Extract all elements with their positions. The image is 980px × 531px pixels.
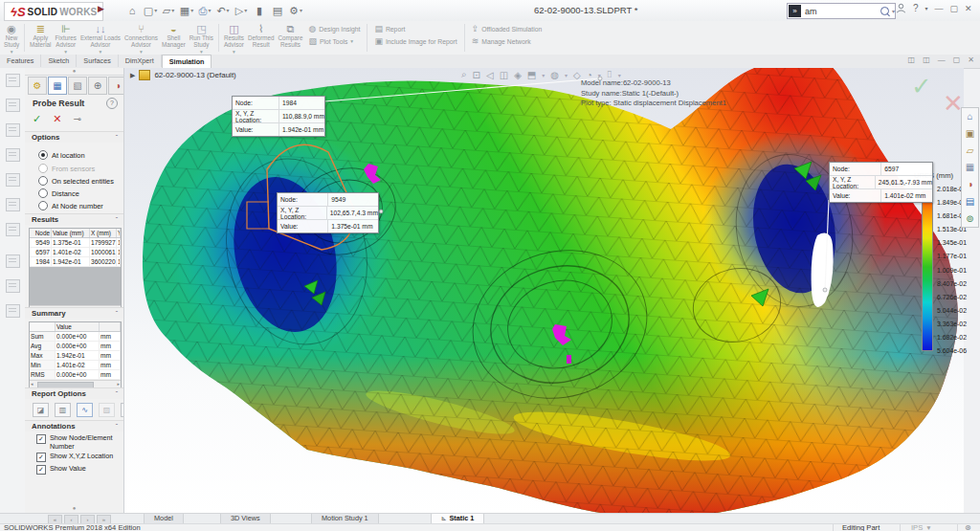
dock-tool-icon[interactable] [6,198,20,211]
scroll-right-icon[interactable]: ▸ [117,381,120,387]
shell-manager-button[interactable]: ◒ Shell Manager [160,21,188,55]
dock-tool-icon[interactable] [6,99,20,112]
appearances-icon[interactable]: ◑ [967,179,972,189]
expand-arrow-icon[interactable]: ▶ [130,72,135,79]
open-button[interactable]: ▱▾ [161,3,176,18]
dock-tool-icon[interactable] [6,254,20,268]
tab-motion-study-1[interactable]: Motion Study 1 [311,514,379,523]
probe-callout[interactable]: Node:6597 X, Y, Z Location:245,61.5,-7.9… [829,162,933,203]
previous-view-icon[interactable]: ◁ [486,70,494,80]
print-button[interactable]: ⎙▾ [197,3,212,18]
menu-flyout-arrow[interactable]: ▶ [98,4,104,13]
results-row[interactable]: 6597 1.401e-02 1000061 16452 [30,248,121,257]
checkbox-show-value[interactable]: ✓ Show Value [36,464,119,475]
tab-model[interactable]: Model [144,514,184,523]
units-dropdown[interactable]: IPS ▾ [911,524,930,531]
summary-table[interactable]: Value Sum 0.000e+00 mm Avg 0.000e+00 mm … [29,321,122,388]
offloaded-simulation-button[interactable]: ⇪ Offloaded Simulation [472,24,543,33]
rebuild-button[interactable]: ▮ [252,3,267,18]
fixtures-advisor-button[interactable]: ⊩ Fixtures Advisor ▾ [54,21,78,55]
dock-tool-icon[interactable] [6,173,20,187]
view-orientation-icon[interactable]: ⬒ [527,70,536,80]
pm-help-icon[interactable]: ? [106,98,118,109]
help-button[interactable]: ? [913,3,919,13]
save-button[interactable]: ▦▾ [179,3,194,18]
section-view-icon[interactable]: ◫ [500,70,508,80]
radio-from-sensors[interactable]: From sensors [38,164,95,173]
search-scope-icon[interactable]: » [789,5,801,17]
select-button[interactable]: ▷▾ [234,3,249,18]
radio-distance[interactable]: Distance [38,188,79,198]
dock-tool-icon[interactable] [6,223,20,236]
close-button[interactable]: ✕ [965,4,972,13]
file-explorer-icon[interactable]: ▱ [967,145,974,156]
tab-static-1[interactable]: ⊾Static 1 [431,514,484,523]
search-dropdown-icon[interactable]: ▾ [892,8,895,14]
results-advisor-button[interactable]: ◫ Results Advisor ▾ [222,21,246,55]
radio-at-node-number[interactable]: At Node number [38,201,103,210]
apply-material-button[interactable]: ≣ Apply Material [28,21,53,55]
pm-pin-icon[interactable]: ⊸ [73,114,80,124]
tags-icon[interactable]: ⊛ [965,523,971,531]
pm-tab-property[interactable]: ▦ [48,77,67,95]
include-image-button[interactable]: ▣ Include Image for Report [374,36,457,46]
probe-callout[interactable]: Node:9549 X, Y, Z Location:102,65.7,4.3 … [277,192,379,233]
help-dropdown-icon[interactable]: ▾ [925,5,928,11]
user-account-icon[interactable] [896,3,906,13]
summary-section-header[interactable]: Summaryˆ [25,307,123,319]
undo-button[interactable]: ↶▾ [215,3,231,18]
radio-on-selected-entities[interactable]: On selected entities [38,176,114,186]
report-button[interactable]: ▤ Report [374,24,457,33]
report-options-section-header[interactable]: Report Optionsˆ [25,387,123,399]
checkbox-show-xyz-location[interactable]: ✓ Show X,Y,Z Location [36,452,119,462]
new-document-button[interactable]: ▢▾ [143,3,158,18]
dock-tool-icon[interactable] [6,148,20,162]
radio-at-location[interactable]: At location [38,150,85,160]
deformed-result-button[interactable]: ⌇ Deformed Result [246,21,277,55]
probe-callout[interactable]: Node:1984 X, Y, Z Location:110,88.9,0 mm… [232,96,325,137]
confirmation-corner-ok-icon[interactable]: ✓ [911,72,932,101]
pm-tab-configuration[interactable]: ▧ [68,77,87,95]
custom-properties-icon[interactable]: ▤ [966,196,974,207]
doc-close-button[interactable]: ✕ [968,55,974,64]
tab-3d-views[interactable]: 3D Views [220,514,271,523]
pm-ok-button[interactable]: ✓ [33,113,41,125]
plot-graph-icon[interactable]: ∿ [77,403,93,417]
design-library-icon[interactable]: ▣ [966,128,974,139]
home-tab-icon[interactable]: ⌂ [967,111,972,122]
connections-advisor-button[interactable]: ⑂ Connections Advisor ▾ [122,21,160,55]
forum-icon[interactable]: ⊚ [966,213,973,224]
pane-split-icon[interactable]: ◫ [923,55,930,64]
hide-show-items-icon[interactable]: ◇ [573,70,581,80]
results-row[interactable]: 1984 1.942e-01 3600220 10001 [30,257,121,267]
pane-split-icon[interactable]: ◫ [908,55,916,64]
dock-tool-icon[interactable] [6,123,20,137]
dock-tool-icon[interactable] [6,304,20,318]
minimize-button[interactable]: — [935,4,944,13]
save-plot-icon[interactable]: ◪ [33,403,49,417]
zoom-to-fit-icon[interactable]: ⌕ [461,69,467,80]
dock-tool-icon[interactable] [6,74,20,87]
copy-table-icon[interactable]: ▥ [55,403,71,417]
external-loads-advisor-button[interactable]: ↓↓ External Loads Advisor ▾ [78,21,122,55]
restore-button[interactable]: ▢ [950,4,959,13]
manage-network-button[interactable]: ≋ Manage Network [472,36,543,46]
tab-features[interactable]: Features [0,55,41,67]
display-style-icon[interactable]: ◍ [550,70,559,80]
plot-tools-button[interactable]: ▧ Plot Tools ▾ [308,36,360,46]
file-properties-button[interactable]: ▤ [270,3,285,18]
results-row[interactable]: 9549 1.375e-01 1799927 13998 [30,238,121,248]
home-button[interactable]: ⌂ [124,3,140,18]
panel-splitter-grip[interactable]: ● [25,68,123,76]
doc-minimize-button[interactable]: — [938,55,946,64]
dock-tool-icon[interactable] [6,279,20,293]
pm-tab-dimxpert[interactable]: ⊕ [88,77,107,95]
scroll-left-icon[interactable]: ◂ [31,381,33,387]
options-button[interactable]: ⚙▾ [288,3,303,18]
new-study-button[interactable]: ◉ New Study ▾ [2,21,21,55]
tab-simulation[interactable]: Simulation [162,55,212,68]
tab-surfaces[interactable]: Surfaces [77,55,118,67]
search-input[interactable] [803,6,880,17]
view-palette-icon[interactable]: ▦ [966,162,974,172]
design-insight-button[interactable]: ◍ Design Insight [308,24,360,33]
